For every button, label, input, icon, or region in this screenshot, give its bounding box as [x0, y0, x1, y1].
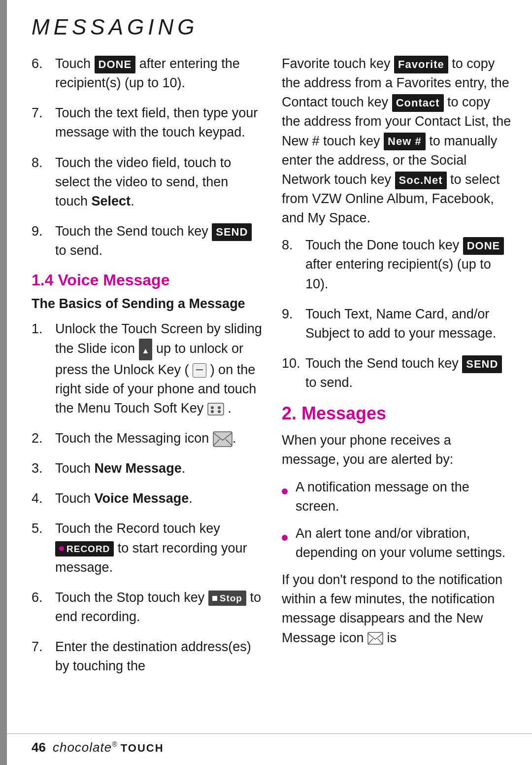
list-item-8: 8. Touch the Done touch key DONE after e…: [282, 236, 512, 293]
list-item: 6. Touch DONE after entering the recipie…: [32, 54, 262, 93]
page-header: MESSAGING: [32, 0, 512, 49]
menu-soft-key-icon: [207, 403, 224, 416]
stop-badge: Stop: [208, 591, 246, 606]
section-2-outro: If you don't respond to the notification…: [282, 570, 512, 648]
new-message-icon: [367, 632, 383, 645]
svg-rect-5: [213, 432, 232, 447]
send-badge: SEND: [212, 223, 252, 241]
list-item-2: 2. Touch the Messaging icon .: [32, 429, 262, 448]
page-title: MESSAGING: [32, 15, 512, 39]
section-2-intro: When your phone receives a message, you …: [282, 431, 512, 469]
sub-heading: The Basics of Sending a Message: [32, 296, 262, 312]
list-item: 8. Touch the video field, touch to selec…: [32, 153, 262, 211]
bullet-item-2: An alert tone and/or vibration, dependin…: [282, 524, 512, 562]
svg-rect-0: [208, 403, 224, 415]
svg-point-4: [218, 410, 221, 413]
top-list: 6. Touch DONE after entering the recipie…: [32, 54, 262, 260]
list-item-3: 3. Touch New Message.: [32, 459, 262, 478]
page-number: 46: [32, 740, 46, 755]
main-content: 6. Touch DONE after entering the recipie…: [32, 54, 512, 687]
list-item-10: 10. Touch the Send touch key SEND to sen…: [282, 354, 512, 392]
messaging-icon: [213, 431, 233, 447]
list-item-5: 5. Touch the Record touch key RECORD to …: [32, 519, 262, 577]
contact-badge: Contact: [392, 94, 444, 112]
section-1-4-list: 1. Unlock the Touch Screen by sliding th…: [32, 319, 262, 676]
svg-rect-6: [368, 632, 383, 644]
phone-key-icon: 𝍠: [193, 363, 206, 378]
svg-point-3: [211, 410, 214, 413]
right-col-intro: Favorite touch key Favorite to copy the …: [282, 54, 512, 228]
list-item: 7. Touch the text field, then type your …: [32, 104, 262, 142]
left-column: 6. Touch DONE after entering the recipie…: [32, 54, 262, 687]
accent-bar: [0, 0, 7, 765]
bullet-dot-2: [282, 527, 290, 562]
page-footer: 46 chocolate® TOUCH: [7, 733, 532, 755]
stop-square: [212, 596, 217, 601]
list-item-7: 7. Enter the destination address(es) by …: [32, 637, 262, 676]
new-hash-badge: New #: [384, 133, 426, 150]
brand-name: chocolate: [53, 740, 112, 755]
done-badge: DONE: [95, 56, 136, 73]
favorite-badge: Favorite: [394, 56, 448, 73]
section-2-heading: 2. Messages: [282, 403, 512, 424]
list-item-6: 6. Touch the Stop touch key Stop to end …: [32, 588, 262, 626]
alert-list: A notification message on the screen. An…: [282, 478, 512, 563]
bullet-dot-1: [282, 481, 290, 516]
svg-point-2: [218, 406, 221, 409]
svg-point-1: [211, 406, 214, 409]
section-1-4-heading: 1.4 Voice Message: [32, 271, 262, 289]
list-item-4: 4. Touch Voice Message.: [32, 489, 262, 508]
record-dot: [59, 546, 64, 551]
section-2: 2. Messages When your phone receives a m…: [282, 403, 512, 647]
slide-icon: [139, 339, 153, 360]
list-item: 9. Touch the Send touch key SEND to send…: [32, 222, 262, 260]
list-item-1: 1. Unlock the Touch Screen by sliding th…: [32, 319, 262, 418]
socnet-badge: Soc.Net: [395, 172, 447, 189]
brand-suffix: TOUCH: [121, 742, 164, 754]
right-num-list: 8. Touch the Done touch key DONE after e…: [282, 236, 512, 392]
send-badge-2: SEND: [462, 355, 502, 373]
section-1-4: 1.4 Voice Message The Basics of Sending …: [32, 271, 262, 676]
brand-logo: chocolate® TOUCH: [53, 740, 164, 755]
done-badge-2: DONE: [463, 237, 504, 255]
right-column: Favorite touch key Favorite to copy the …: [282, 54, 512, 687]
bullet-item-1: A notification message on the screen.: [282, 478, 512, 516]
list-item-9: 9. Touch Text, Name Card, and/or Subject…: [282, 305, 512, 343]
record-badge: RECORD: [55, 541, 114, 557]
